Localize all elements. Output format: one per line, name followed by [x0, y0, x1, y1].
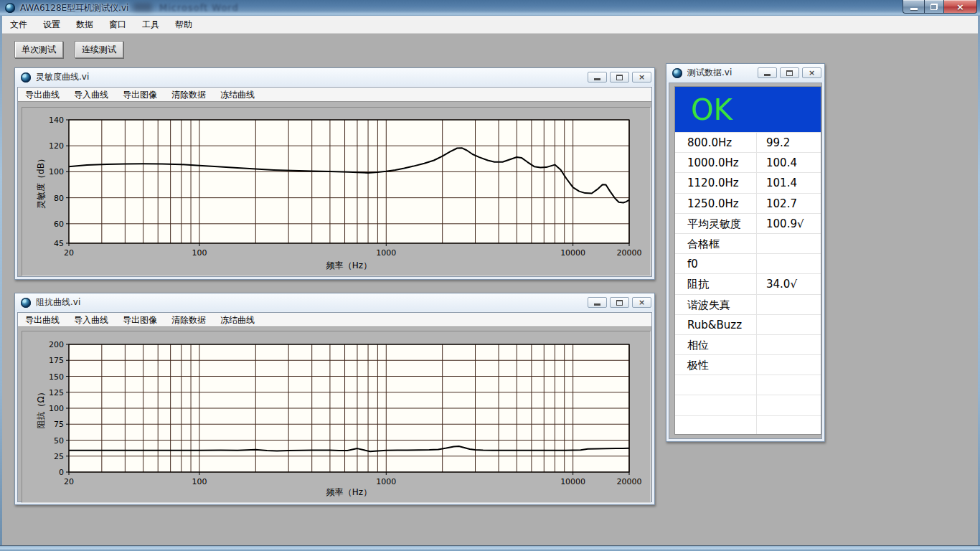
- svg-text:20000: 20000: [617, 248, 642, 258]
- menu-tools[interactable]: 工具: [134, 16, 167, 34]
- impedance-curve-window: 阻抗曲线.vi × 导出曲线 导入曲线 导出图像 清除数据 冻结曲线 20100…: [14, 293, 655, 505]
- sensitivity-window-content: 2010010001000020000456080100120140频率（Hz）…: [18, 103, 651, 276]
- minimize-button[interactable]: [588, 72, 607, 83]
- table-row: 合格框: [675, 233, 821, 253]
- impedance-window-titlebar[interactable]: 阻抗曲线.vi ×: [15, 293, 654, 311]
- sensitivity-window-titlebar[interactable]: 灵敏度曲线.vi ×: [15, 68, 654, 86]
- maximize-button[interactable]: [610, 72, 629, 83]
- minimize-button[interactable]: [903, 0, 924, 14]
- sensitivity-curve-window: 灵敏度曲线.vi × 导出曲线 导入曲线 导出图像 清除数据 冻结曲线 2010…: [14, 67, 655, 280]
- test-data-window: 测试数据.vi × OK 800.0Hz99.2 1000.0Hz100.4 1…: [666, 63, 825, 442]
- svg-text:25: 25: [54, 452, 64, 461]
- menu-file[interactable]: 文件: [2, 16, 35, 34]
- test-data-window-body: OK 800.0Hz99.2 1000.0Hz100.4 1120.0Hz101…: [669, 83, 822, 439]
- row-value: 102.7: [757, 194, 821, 213]
- close-button[interactable]: ×: [632, 297, 651, 308]
- menu-export-curve[interactable]: 导出曲线: [18, 313, 67, 327]
- window-frame-bottom: [0, 545, 980, 551]
- row-value: [757, 416, 821, 435]
- impedance-window-body: 导出曲线 导入曲线 导出图像 清除数据 冻结曲线 201001000100002…: [17, 312, 652, 502]
- app-icon: [5, 3, 15, 13]
- test-data-window-titlebar[interactable]: 测试数据.vi ×: [666, 64, 824, 82]
- menu-freeze-curve[interactable]: 冻结曲线: [213, 313, 262, 327]
- table-row: [675, 415, 821, 435]
- svg-text:1000: 1000: [376, 477, 396, 486]
- row-label: 1000.0Hz: [675, 153, 757, 172]
- continuous-test-button[interactable]: 连续测试: [75, 41, 123, 58]
- row-label: 平均灵敏度: [675, 214, 757, 233]
- row-label: 800.0Hz: [675, 133, 757, 152]
- impedance-window-menubar: 导出曲线 导入曲线 导出图像 清除数据 冻结曲线: [18, 313, 651, 327]
- row-value: 100.4: [757, 153, 821, 172]
- menu-help[interactable]: 帮助: [167, 16, 200, 34]
- background-window-icon-ghost: [133, 3, 152, 11]
- row-label: [675, 395, 757, 415]
- svg-text:175: 175: [49, 356, 64, 365]
- svg-text:60: 60: [54, 220, 64, 229]
- svg-text:45: 45: [54, 239, 64, 248]
- menu-clear-data[interactable]: 清除数据: [164, 88, 213, 102]
- row-label: f0: [675, 254, 757, 273]
- sensitivity-window-menubar: 导出曲线 导入曲线 导出图像 清除数据 冻结曲线: [18, 88, 651, 102]
- svg-text:频率（Hz）: 频率（Hz）: [326, 260, 372, 270]
- window-controls: ×: [585, 72, 651, 83]
- close-button[interactable]: ×: [802, 67, 821, 78]
- menu-settings[interactable]: 设置: [35, 16, 68, 34]
- impedance-window-content: 2010010001000020000025507510012515017520…: [18, 328, 651, 501]
- table-row: 相位: [675, 334, 821, 354]
- menu-import-curve[interactable]: 导入曲线: [67, 88, 116, 102]
- menu-clear-data[interactable]: 清除数据: [164, 313, 213, 327]
- svg-text:100: 100: [49, 404, 64, 413]
- maximize-button[interactable]: [780, 67, 799, 78]
- close-button[interactable]: ×: [944, 0, 977, 14]
- table-row: [675, 395, 821, 415]
- menu-freeze-curve[interactable]: 冻结曲线: [213, 88, 262, 102]
- menu-data[interactable]: 数据: [68, 16, 101, 34]
- svg-text:125: 125: [49, 388, 64, 397]
- row-label: 合格框: [675, 234, 757, 253]
- close-icon: ×: [809, 69, 815, 77]
- row-value: [757, 355, 821, 375]
- status-value: OK: [691, 95, 732, 124]
- svg-text:120: 120: [49, 141, 64, 151]
- maximize-icon: [786, 70, 793, 76]
- row-value: [757, 395, 821, 415]
- maximize-icon: [616, 75, 623, 80]
- restore-icon: [930, 4, 938, 10]
- window-frame-left: [0, 16, 2, 551]
- svg-text:200: 200: [49, 340, 64, 349]
- close-icon: ×: [639, 298, 645, 306]
- row-value: [757, 234, 821, 253]
- main-client-area: 单次测试 连续测试 灵敏度曲线.vi × 导出曲线 导入曲线 导出图像 清除数据…: [2, 34, 978, 545]
- svg-text:150: 150: [49, 372, 64, 382]
- table-row: 平均灵敏度100.9√: [675, 213, 821, 233]
- main-menubar: 文件 设置 数据 窗口 工具 帮助: [2, 16, 978, 34]
- row-label: 阻抗: [675, 274, 757, 293]
- menu-export-curve[interactable]: 导出曲线: [18, 88, 67, 102]
- maximize-button[interactable]: [610, 297, 629, 308]
- svg-text:50: 50: [54, 436, 64, 446]
- background-window-ghost-title: Microsoft Word: [159, 2, 239, 13]
- menu-export-image[interactable]: 导出图像: [116, 88, 164, 102]
- restore-button[interactable]: [924, 0, 944, 14]
- table-row: 极性: [675, 354, 821, 375]
- vi-icon: [21, 72, 31, 83]
- minimize-icon: [594, 78, 600, 80]
- table-row: 1120.0Hz101.4: [675, 172, 821, 192]
- svg-text:100: 100: [192, 248, 207, 258]
- menu-window[interactable]: 窗口: [101, 16, 134, 34]
- svg-text:100: 100: [192, 477, 207, 486]
- minimize-button[interactable]: [758, 67, 777, 78]
- minimize-icon: [594, 303, 600, 306]
- menu-import-curve[interactable]: 导入曲线: [67, 313, 116, 327]
- window-controls: ×: [903, 0, 977, 14]
- main-titlebar[interactable]: AWA6128E型耳机测试仪.vi Microsoft Word ×: [0, 0, 980, 16]
- minimize-button[interactable]: [588, 297, 607, 308]
- menu-export-image[interactable]: 导出图像: [116, 313, 164, 327]
- single-test-button[interactable]: 单次测试: [14, 41, 63, 58]
- svg-text:140: 140: [49, 116, 64, 125]
- vi-icon: [672, 68, 682, 78]
- screen: { "main_window": { "title": "AWA6128E型耳机…: [0, 0, 980, 551]
- svg-text:75: 75: [54, 420, 64, 429]
- close-button[interactable]: ×: [632, 72, 651, 83]
